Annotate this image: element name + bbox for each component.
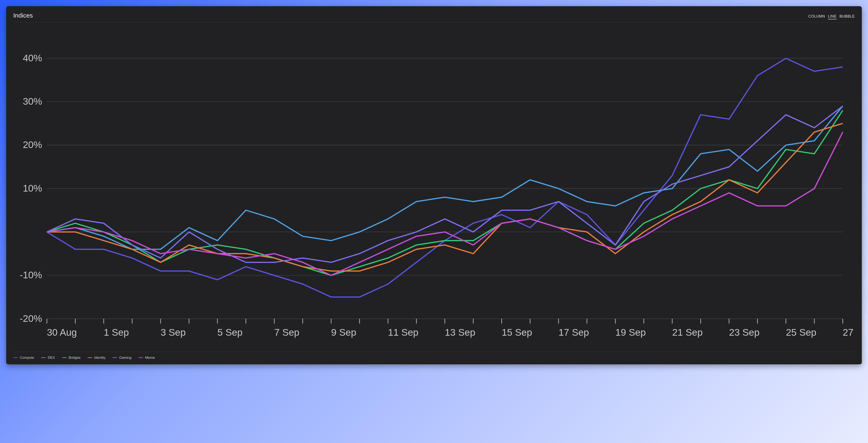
legend-label: Bridges bbox=[69, 356, 81, 360]
x-tick-label: 15 Sep bbox=[502, 327, 532, 338]
tab-line[interactable]: LINE bbox=[828, 14, 837, 20]
legend-swatch bbox=[41, 357, 46, 358]
tab-column[interactable]: COLUMN bbox=[808, 14, 825, 20]
x-tick-label: 23 Sep bbox=[729, 327, 760, 338]
page-title: Indices bbox=[13, 12, 33, 19]
legend-swatch bbox=[62, 357, 66, 358]
legend-item-bridges[interactable]: Bridges bbox=[62, 356, 81, 360]
x-tick-label: 25 Sep bbox=[786, 327, 816, 338]
view-tabs: COLUMNLINEBUBBLE bbox=[808, 14, 855, 20]
legend-label: DEX bbox=[48, 356, 55, 360]
legend-swatch bbox=[113, 357, 117, 358]
x-tick-label: 5 Sep bbox=[217, 327, 243, 338]
legend-item-meme[interactable]: Meme bbox=[138, 356, 155, 360]
x-tick-label: 9 Sep bbox=[331, 327, 356, 338]
x-tick-label: 30 Aug bbox=[47, 327, 77, 338]
x-tick-label: 7 Sep bbox=[274, 327, 300, 338]
chart-card: Indices COLUMNLINEBUBBLE -20%-10%10%20%3… bbox=[6, 6, 862, 364]
legend-swatch bbox=[138, 357, 143, 358]
y-tick-label: 10% bbox=[23, 183, 42, 194]
x-tick-label: 3 Sep bbox=[161, 327, 186, 338]
card-header: Indices COLUMNLINEBUBBLE bbox=[13, 12, 855, 23]
y-tick-label: 40% bbox=[23, 53, 42, 63]
legend-item-dex[interactable]: DEX bbox=[41, 356, 55, 360]
legend-item-gaming[interactable]: Gaming bbox=[113, 356, 131, 360]
legend: ComputeDEXBridgesIdentityGamingMeme bbox=[13, 352, 855, 360]
x-tick-label: 27 Sep bbox=[843, 327, 855, 338]
y-tick-label: 20% bbox=[23, 139, 42, 150]
series-dex bbox=[47, 106, 843, 249]
line-chart: -20%-10%10%20%30%40%30 Aug1 Sep3 Sep5 Se… bbox=[13, 25, 855, 349]
series-bridges bbox=[47, 110, 843, 275]
x-tick-label: 21 Sep bbox=[672, 327, 703, 338]
legend-label: Meme bbox=[145, 356, 155, 360]
chart-area: -20%-10%10%20%30%40%30 Aug1 Sep3 Sep5 Se… bbox=[13, 25, 855, 349]
legend-item-compute[interactable]: Compute bbox=[13, 356, 34, 360]
y-tick-label: -20% bbox=[20, 313, 42, 324]
tab-bubble[interactable]: BUBBLE bbox=[839, 14, 855, 20]
legend-label: Identity bbox=[94, 356, 105, 360]
legend-swatch bbox=[88, 357, 92, 358]
y-tick-label: -10% bbox=[20, 270, 42, 280]
series-compute bbox=[47, 58, 843, 297]
x-tick-label: 17 Sep bbox=[558, 327, 589, 338]
x-tick-label: 13 Sep bbox=[445, 327, 475, 338]
legend-label: Gaming bbox=[119, 356, 131, 360]
y-tick-label: 30% bbox=[23, 96, 42, 107]
legend-label: Compute bbox=[20, 356, 34, 360]
legend-item-identity[interactable]: Identity bbox=[88, 356, 105, 360]
x-tick-label: 1 Sep bbox=[104, 327, 129, 338]
x-tick-label: 19 Sep bbox=[616, 327, 646, 338]
legend-swatch bbox=[13, 357, 18, 358]
series-meme bbox=[47, 132, 843, 275]
x-tick-label: 11 Sep bbox=[388, 327, 418, 338]
